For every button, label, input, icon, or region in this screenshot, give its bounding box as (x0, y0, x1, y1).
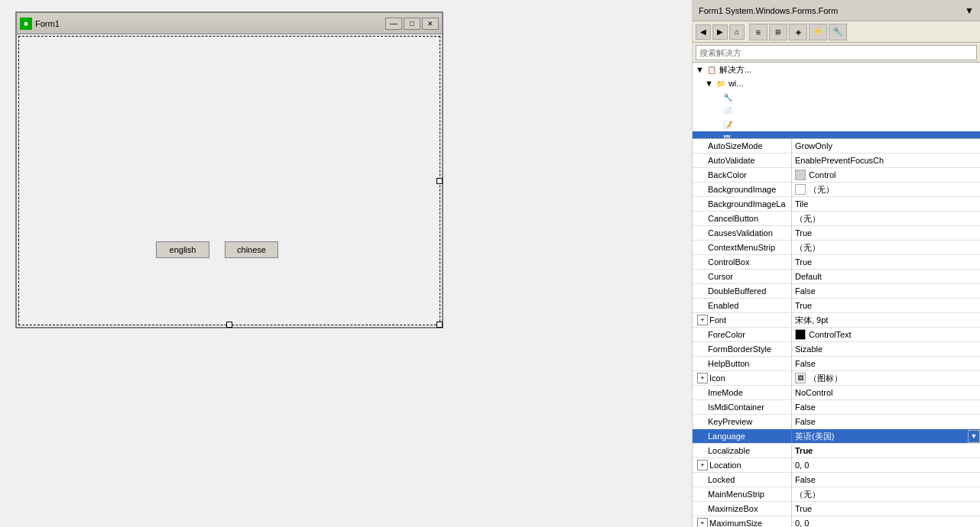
prop-row-autosizemode: AutoSizeMode GrowOnly (693, 139, 980, 154)
minimize-button[interactable]: — (385, 18, 402, 30)
prop-row-imemode: ImeMode NoControl (693, 386, 980, 400)
prop-value-autovalidate[interactable]: EnablePreventFocusCh (792, 156, 980, 165)
tree-item-form[interactable]: ▶ 🖼 (693, 131, 980, 139)
tree-item-project[interactable]: ▼ 📁 wi... (693, 76, 980, 90)
prop-name-imemode: ImeMode (693, 386, 792, 399)
prop-row-cancelbutton: CancelButton （无） (693, 212, 980, 226)
prop-value-bgimagelayout[interactable]: Tile (792, 199, 980, 209)
tree-item-file1[interactable]: ▶ 📄 (693, 104, 980, 118)
prop-row-icon: + Icon 🖼 （图标） (693, 371, 980, 386)
prop-name-enabled: Enabled (693, 299, 792, 312)
prop-row-causesvalidation: CausesValidation True (693, 226, 980, 241)
home-button[interactable]: ⌂ (729, 24, 745, 40)
prop-value-maximizebox[interactable]: True (792, 504, 980, 513)
resize-handle-bottom[interactable] (226, 322, 232, 328)
form-icon: ■ (20, 18, 32, 30)
prop-value-controlbox[interactable]: True (792, 257, 980, 267)
prop-value-autosizemode[interactable]: GrowOnly (792, 141, 980, 150)
prop-value-helpbutton[interactable]: False (792, 359, 980, 368)
prop-row-bgimagelayout: BackgroundImageLa Tile (693, 197, 980, 212)
prop-name-language[interactable]: Language (693, 429, 792, 443)
properties-grid-button[interactable]: ⊞ (769, 24, 787, 40)
settings-button[interactable]: 🔧 (829, 24, 847, 40)
prop-row-localizable: Localizable True (693, 444, 980, 458)
prop-name-causesvalidation: CausesValidation (693, 226, 792, 240)
prop-value-forecolor[interactable]: ControlText (792, 329, 980, 340)
prop-value-ismdicontainer[interactable]: False (792, 403, 980, 412)
prop-value-contextmenustrip[interactable]: （无） (792, 242, 980, 254)
prop-value-language[interactable]: 英语(美国) ▼ (792, 430, 980, 443)
prop-value-keypreview[interactable]: False (792, 417, 980, 426)
form-window: ■ Form1 — □ ✕ english chinese (15, 11, 443, 328)
solution-explorer-button[interactable]: ≡ (749, 24, 767, 40)
form-titlebar: ■ Form1 — □ ✕ (17, 13, 442, 34)
prop-name-icon: + Icon (693, 371, 792, 385)
prop-name-font: + Font (693, 313, 792, 327)
prop-value-causesvalidation[interactable]: True (792, 228, 980, 238)
prop-value-imemode[interactable]: NoControl (792, 388, 980, 397)
prop-value-mainmenustrip[interactable]: （无） (792, 489, 980, 500)
selection-overlay (18, 36, 440, 325)
prop-value-cursor[interactable]: Default (792, 272, 980, 281)
prop-name-localizable: Localizable (693, 444, 792, 457)
resize-handle-corner[interactable] (436, 322, 443, 328)
prop-name-doublebuffered: DoubleBuffered (693, 284, 792, 298)
prop-name-maximizebox: MaximizeBox (693, 502, 792, 516)
tree-item-solution[interactable]: ▼ 📋 解决方... (693, 63, 980, 76)
prop-value-maximumsize[interactable]: 0, 0 (792, 519, 980, 527)
prop-name-helpbutton: HelpButton (693, 357, 792, 370)
prop-row-bgimage: BackgroundImage （无） (693, 183, 980, 197)
forward-button[interactable]: ▶ (712, 24, 728, 40)
maximumsize-expand-icon[interactable]: + (697, 518, 708, 527)
prop-value-enabled[interactable]: True (792, 301, 980, 310)
prop-name-bgimagelayout: BackgroundImageLa (693, 197, 792, 211)
english-button[interactable]: english (156, 241, 209, 258)
panel-close-button[interactable]: ▼ (965, 5, 974, 16)
icon-expand-icon[interactable]: + (697, 373, 708, 383)
tree-item-file2[interactable]: ▶ 📝 (693, 118, 980, 131)
prop-row-forecolor: ForeColor ControlText (693, 328, 980, 342)
language-dropdown-button[interactable]: ▼ (968, 430, 980, 443)
prop-row-doublebuffered: DoubleBuffered False (693, 284, 980, 299)
prop-value-doublebuffered[interactable]: False (792, 286, 980, 296)
prop-name-controlbox: ControlBox (693, 255, 792, 269)
prop-value-icon[interactable]: 🖼 （图标） (792, 373, 980, 384)
restore-button[interactable]: □ (404, 18, 420, 30)
prop-name-forecolor: ForeColor (693, 328, 792, 341)
prop-row-mainmenustrip: MainMenuStrip （无） (693, 487, 980, 502)
prop-value-location[interactable]: 0, 0 (792, 461, 980, 470)
prop-value-backcolor[interactable]: Control (792, 170, 980, 180)
tree-item-ref[interactable]: ▶ 🔧 (693, 90, 980, 104)
prop-name-cursor: Cursor (693, 270, 792, 283)
resize-handle-right[interactable] (436, 178, 443, 184)
prop-name-maximumsize: + MaximumSize (693, 516, 792, 527)
chinese-button[interactable]: chinese (225, 241, 278, 258)
prop-value-bgimage[interactable]: （无） (792, 184, 980, 196)
nav-arrows: ◀ ▶ ⌂ (696, 24, 745, 40)
backcolor-swatch (795, 170, 806, 180)
properties-title: Form1 System.Windows.Forms.Form (699, 6, 965, 15)
search-input[interactable] (696, 45, 977, 60)
project-label: wi... (729, 79, 744, 88)
file2-expand-icon: ▶ (714, 120, 720, 130)
back-button[interactable]: ◀ (696, 24, 711, 40)
prop-name-autosizemode: AutoSizeMode (693, 139, 792, 153)
ref-expand-icon: ▶ (714, 92, 720, 102)
close-button[interactable]: ✕ (422, 18, 439, 30)
prop-value-font[interactable]: 宋体, 9pt (792, 315, 980, 326)
solution-tree: ▼ 📋 解决方... ▼ 📁 wi... ▶ 🔧 ▶ 📄 ▶ 📝 ▶ 🖼 (693, 63, 980, 139)
prop-value-locked[interactable]: False (792, 475, 980, 484)
designer-panel: ■ Form1 — □ ✕ english chinese (0, 0, 692, 527)
events-button[interactable]: ⚡ (809, 24, 827, 40)
prop-row-font: + Font 宋体, 9pt (693, 313, 980, 328)
prop-value-formborderstyle[interactable]: Sizable (792, 344, 980, 354)
prop-row-autovalidate: AutoValidate EnablePreventFocusCh (693, 154, 980, 168)
prop-value-cancelbutton[interactable]: （无） (792, 213, 980, 225)
font-expand-icon[interactable]: + (697, 315, 708, 325)
prop-value-localizable[interactable]: True (792, 446, 980, 455)
prop-name-formborderstyle: FormBorderStyle (693, 342, 792, 356)
localizable-value: True (795, 446, 813, 455)
prop-name-locked: Locked (693, 473, 792, 487)
open-button[interactable]: ◈ (789, 24, 807, 40)
location-expand-icon[interactable]: + (697, 460, 708, 470)
